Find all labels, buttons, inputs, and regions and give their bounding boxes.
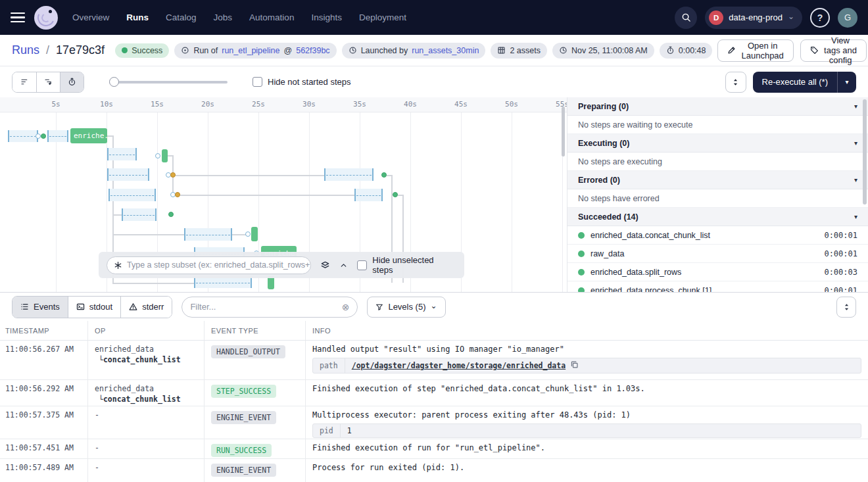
log-expand-collapse-button[interactable] bbox=[836, 297, 856, 318]
tab-stderr[interactable]: stderr bbox=[120, 297, 172, 318]
gantt-step-success-bar[interactable] bbox=[268, 276, 274, 289]
column-header-event-type: EVENT TYPE bbox=[205, 321, 306, 340]
op-line: └concat_chunk_list bbox=[95, 395, 197, 405]
clock-icon bbox=[559, 46, 567, 55]
layout-waterfall-button[interactable] bbox=[36, 72, 60, 92]
hide-not-started-checkbox[interactable] bbox=[253, 77, 262, 87]
step-section-header[interactable]: Succeeded (14)▾ bbox=[567, 208, 868, 226]
step-section-header[interactable]: Errored (0)▾ bbox=[567, 171, 868, 189]
tag-text-link[interactable]: run_etl_pipeline bbox=[222, 46, 279, 55]
panel-scrollbar[interactable] bbox=[863, 99, 867, 205]
event-info: Multiprocess executor: parent process ex… bbox=[306, 406, 868, 439]
tag-text: @ bbox=[283, 46, 292, 55]
gantt-step-planned-bar[interactable] bbox=[108, 189, 156, 201]
layout-flat-button[interactable] bbox=[12, 72, 36, 92]
chevron-down-icon: ⌄ bbox=[788, 12, 794, 20]
expand-collapse-button[interactable] bbox=[725, 72, 746, 93]
clock-icon bbox=[349, 46, 357, 55]
zoom-slider-track[interactable] bbox=[109, 81, 228, 84]
gantt-step-planned-bar[interactable] bbox=[107, 168, 149, 181]
log-filter-input[interactable]: Filter... ⊗ bbox=[181, 297, 358, 318]
reexecute-button[interactable]: Re-execute all (*) ▾ bbox=[753, 72, 856, 93]
layout-timed-button[interactable] bbox=[60, 72, 84, 92]
step-section-header[interactable]: Executing (0)▾ bbox=[567, 134, 868, 153]
chevron-up-icon[interactable] bbox=[339, 261, 348, 270]
nav-link-catalog[interactable]: Catalog bbox=[166, 12, 197, 22]
open-in-launchpad-button[interactable]: Open in Launchpad bbox=[717, 39, 793, 62]
dashed-line bbox=[326, 175, 372, 176]
layers-icon[interactable] bbox=[320, 260, 330, 270]
gantt-step-planned-bar[interactable] bbox=[184, 228, 232, 241]
clear-filter-icon[interactable]: ⊗ bbox=[342, 302, 350, 312]
run-id: 17e79c3f bbox=[56, 43, 105, 57]
search-button[interactable] bbox=[675, 7, 697, 29]
step-name: enriched_data.split_rows bbox=[591, 268, 681, 277]
step-subset-input[interactable]: Type a step subset (ex: enriched_data.sp… bbox=[107, 256, 311, 274]
hide-unselected-checkbox[interactable] bbox=[357, 260, 367, 270]
tag-text-link[interactable]: run_assets_30min bbox=[412, 46, 479, 55]
breadcrumb-runs-link[interactable]: Runs bbox=[12, 43, 39, 57]
gantt-step-planned-bar[interactable] bbox=[354, 189, 383, 201]
target-icon bbox=[181, 46, 189, 55]
hide-not-started-checkbox-row[interactable]: Hide not started steps bbox=[253, 77, 350, 87]
hide-unselected-checkbox-row[interactable]: Hide unselected steps bbox=[357, 255, 456, 275]
step-name: enriched_data.concat_chunk_list bbox=[591, 231, 710, 240]
gantt-step-success-bar[interactable]: enriche. bbox=[70, 128, 107, 143]
copy-icon[interactable] bbox=[570, 360, 579, 371]
step-section-header[interactable]: Preparing (0)▾ bbox=[567, 97, 868, 116]
menu-icon[interactable] bbox=[11, 12, 25, 23]
gantt-step-planned-bar[interactable] bbox=[194, 277, 252, 288]
gantt-step-planned-bar[interactable] bbox=[107, 148, 137, 160]
step-row[interactable]: enriched_data.concat_chunk_list0:00:01 bbox=[567, 226, 868, 245]
zoom-slider-knob[interactable] bbox=[109, 77, 119, 87]
view-tags-config-button[interactable]: View tags and config bbox=[800, 39, 867, 62]
metadata-value-text[interactable]: /opt/dagster/dagster_home/storage/enrich… bbox=[352, 361, 566, 370]
run-tag[interactable]: Nov 25, 11:00:08 AM bbox=[552, 43, 654, 59]
gantt-step-planned-bar[interactable] bbox=[8, 130, 38, 142]
nav-link-overview[interactable]: Overview bbox=[72, 12, 109, 22]
gantt-toolbar-right: Re-execute all (*) ▾ bbox=[725, 72, 856, 93]
user-avatar[interactable]: G bbox=[838, 8, 857, 28]
gantt-time-axis: 5s10s15s20s25s30s35s40s45s50s55s bbox=[0, 97, 567, 112]
gantt-step-success-bar[interactable] bbox=[251, 227, 258, 241]
event-timestamp: 11:00:56.292 AM bbox=[0, 380, 88, 406]
step-row[interactable]: enriched_data.process_chunk [1]0:00:01 bbox=[567, 281, 868, 292]
nav-link-jobs[interactable]: Jobs bbox=[214, 12, 233, 22]
event-type-badge: ENGINE_EVENT bbox=[211, 411, 276, 424]
event-info-text: Finished execution of run for "run_etl_p… bbox=[312, 443, 861, 452]
run-tag[interactable]: Launched by run_assets_30min bbox=[342, 43, 486, 59]
metadata-value: 1 bbox=[341, 424, 861, 437]
run-tag[interactable]: 0:00:48 bbox=[660, 43, 713, 59]
step-row[interactable]: enriched_data.split_rows0:00:03 bbox=[567, 263, 868, 281]
dashed-line bbox=[110, 195, 154, 196]
tab-stdout[interactable]: stdout bbox=[68, 297, 120, 318]
help-button[interactable]: ? bbox=[810, 8, 830, 28]
gantt-step-success-bar[interactable] bbox=[162, 149, 168, 162]
nav-link-insights[interactable]: Insights bbox=[311, 12, 342, 22]
gantt-connector-line bbox=[112, 234, 184, 235]
event-log-row: 11:00:56.292 AMenriched_data└concat_chun… bbox=[0, 380, 868, 406]
gantt-step-planned-bar[interactable] bbox=[122, 208, 157, 221]
nav-link-deployment[interactable]: Deployment bbox=[359, 12, 406, 22]
list-icon bbox=[20, 302, 29, 311]
run-tag[interactable]: 2 assets bbox=[491, 43, 547, 59]
levels-dropdown[interactable]: Levels (5) ⌄ bbox=[367, 297, 445, 318]
event-op: enriched_data└concat_chunk_list bbox=[88, 341, 205, 379]
tab-events[interactable]: Events bbox=[12, 297, 68, 318]
run-tag[interactable]: Run of run_etl_pipeline @ 562f39bc bbox=[174, 43, 336, 59]
gantt-scrollbar[interactable] bbox=[562, 107, 565, 157]
gantt-step-planned-bar[interactable] bbox=[47, 130, 68, 142]
step-name: enriched_data.process_chunk [1] bbox=[591, 286, 711, 293]
tag-text-link[interactable]: 562f39bc bbox=[296, 46, 329, 55]
reexecute-dropdown[interactable]: ▾ bbox=[838, 72, 856, 93]
gantt-step-planned-bar[interactable] bbox=[324, 168, 374, 181]
nav-link-runs[interactable]: Runs bbox=[126, 12, 149, 22]
step-row[interactable]: raw_data0:00:01 bbox=[567, 245, 868, 263]
deployment-switcher[interactable]: D data-eng-prod ⌄ bbox=[705, 7, 802, 29]
zoom-slider[interactable] bbox=[109, 77, 228, 87]
event-type-badge: STEP_SUCCESS bbox=[211, 385, 276, 398]
gantt-layout-segmented-control bbox=[12, 72, 84, 93]
tag-text: Run of bbox=[193, 46, 218, 55]
dagster-logo[interactable] bbox=[34, 6, 58, 30]
nav-link-automation[interactable]: Automation bbox=[249, 12, 294, 22]
